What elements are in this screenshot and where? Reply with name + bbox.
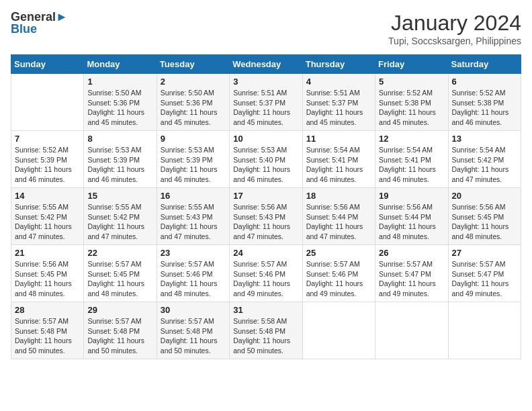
day-info: Sunrise: 5:57 AMSunset: 5:48 PMDaylight:… (87, 316, 152, 356)
day-info: Sunrise: 5:50 AMSunset: 5:36 PMDaylight:… (87, 88, 152, 128)
day-number: 1 (87, 77, 152, 87)
day-number: 6 (452, 77, 517, 87)
calendar-cell: 15Sunrise: 5:55 AMSunset: 5:42 PMDayligh… (84, 188, 157, 245)
day-info: Sunrise: 5:58 AMSunset: 5:48 PMDaylight:… (233, 316, 298, 356)
calendar-cell: 17Sunrise: 5:56 AMSunset: 5:43 PMDayligh… (230, 188, 302, 245)
day-info: Sunrise: 5:56 AMSunset: 5:45 PMDaylight:… (452, 202, 517, 242)
calendar-cell (375, 302, 448, 359)
calendar-cell: 24Sunrise: 5:57 AMSunset: 5:46 PMDayligh… (230, 245, 302, 302)
calendar-table: Sunday Monday Tuesday Wednesday Thursday… (11, 54, 521, 359)
day-number: 4 (306, 77, 371, 87)
calendar-cell: 14Sunrise: 5:55 AMSunset: 5:42 PMDayligh… (11, 188, 84, 245)
logo: General► Blue (11, 11, 68, 35)
day-number: 30 (161, 305, 226, 315)
day-info: Sunrise: 5:54 AMSunset: 5:42 PMDaylight:… (452, 145, 517, 185)
weekday-header-row: Sunday Monday Tuesday Wednesday Thursday… (11, 55, 521, 74)
day-number: 19 (379, 191, 444, 201)
calendar-cell: 8Sunrise: 5:53 AMSunset: 5:39 PMDaylight… (84, 131, 157, 188)
page-header: General► Blue January 2024 Tupi, Soccsks… (11, 11, 521, 46)
day-number: 14 (15, 191, 80, 201)
calendar-cell: 19Sunrise: 5:56 AMSunset: 5:44 PMDayligh… (375, 188, 448, 245)
calendar-cell: 9Sunrise: 5:53 AMSunset: 5:39 PMDaylight… (157, 131, 229, 188)
day-info: Sunrise: 5:56 AMSunset: 5:44 PMDaylight:… (379, 202, 444, 242)
day-info: Sunrise: 5:51 AMSunset: 5:37 PMDaylight:… (306, 88, 371, 128)
day-number: 8 (87, 134, 152, 144)
calendar-cell: 28Sunrise: 5:57 AMSunset: 5:48 PMDayligh… (11, 302, 84, 359)
calendar-header: Sunday Monday Tuesday Wednesday Thursday… (11, 55, 521, 74)
day-info: Sunrise: 5:55 AMSunset: 5:42 PMDaylight:… (15, 202, 80, 242)
calendar-cell: 12Sunrise: 5:54 AMSunset: 5:41 PMDayligh… (375, 131, 448, 188)
calendar-cell: 2Sunrise: 5:50 AMSunset: 5:36 PMDaylight… (157, 74, 229, 131)
day-number: 25 (306, 248, 371, 258)
calendar-cell: 21Sunrise: 5:56 AMSunset: 5:45 PMDayligh… (11, 245, 84, 302)
header-monday: Monday (84, 55, 157, 74)
day-number: 31 (233, 305, 298, 315)
header-saturday: Saturday (448, 55, 521, 74)
day-info: Sunrise: 5:56 AMSunset: 5:45 PMDaylight:… (15, 259, 80, 299)
day-info: Sunrise: 5:53 AMSunset: 5:39 PMDaylight:… (87, 145, 152, 185)
day-info: Sunrise: 5:52 AMSunset: 5:38 PMDaylight:… (452, 88, 517, 128)
calendar-cell: 27Sunrise: 5:57 AMSunset: 5:47 PMDayligh… (448, 245, 521, 302)
day-info: Sunrise: 5:57 AMSunset: 5:48 PMDaylight:… (161, 316, 226, 356)
calendar-cell: 4Sunrise: 5:51 AMSunset: 5:37 PMDaylight… (302, 74, 375, 131)
day-number: 16 (161, 191, 226, 201)
day-number: 5 (379, 77, 444, 87)
calendar-cell: 30Sunrise: 5:57 AMSunset: 5:48 PMDayligh… (157, 302, 229, 359)
day-info: Sunrise: 5:51 AMSunset: 5:37 PMDaylight:… (233, 88, 298, 128)
calendar-cell: 23Sunrise: 5:57 AMSunset: 5:46 PMDayligh… (157, 245, 229, 302)
calendar-body: 1Sunrise: 5:50 AMSunset: 5:36 PMDaylight… (11, 74, 521, 359)
calendar-cell (302, 302, 375, 359)
day-info: Sunrise: 5:57 AMSunset: 5:46 PMDaylight:… (233, 259, 298, 299)
week-row-2: 7Sunrise: 5:52 AMSunset: 5:39 PMDaylight… (11, 131, 521, 188)
day-number: 18 (306, 191, 371, 201)
day-info: Sunrise: 5:57 AMSunset: 5:45 PMDaylight:… (87, 259, 152, 299)
day-info: Sunrise: 5:57 AMSunset: 5:47 PMDaylight:… (379, 259, 444, 299)
day-info: Sunrise: 5:57 AMSunset: 5:46 PMDaylight:… (306, 259, 371, 299)
day-info: Sunrise: 5:57 AMSunset: 5:46 PMDaylight:… (161, 259, 226, 299)
calendar-cell: 29Sunrise: 5:57 AMSunset: 5:48 PMDayligh… (84, 302, 157, 359)
calendar-cell: 25Sunrise: 5:57 AMSunset: 5:46 PMDayligh… (302, 245, 375, 302)
day-number: 20 (452, 191, 517, 201)
day-info: Sunrise: 5:52 AMSunset: 5:39 PMDaylight:… (15, 145, 80, 185)
day-number: 11 (306, 134, 371, 144)
day-info: Sunrise: 5:53 AMSunset: 5:40 PMDaylight:… (233, 145, 298, 185)
day-info: Sunrise: 5:50 AMSunset: 5:36 PMDaylight:… (161, 88, 226, 128)
calendar-cell: 31Sunrise: 5:58 AMSunset: 5:48 PMDayligh… (230, 302, 302, 359)
day-number: 15 (87, 191, 152, 201)
day-number: 17 (233, 191, 298, 201)
calendar-cell: 10Sunrise: 5:53 AMSunset: 5:40 PMDayligh… (230, 131, 302, 188)
day-info: Sunrise: 5:56 AMSunset: 5:43 PMDaylight:… (233, 202, 298, 242)
day-info: Sunrise: 5:54 AMSunset: 5:41 PMDaylight:… (379, 145, 444, 185)
calendar-cell: 5Sunrise: 5:52 AMSunset: 5:38 PMDaylight… (375, 74, 448, 131)
calendar-cell (11, 74, 84, 131)
calendar-cell: 18Sunrise: 5:56 AMSunset: 5:44 PMDayligh… (302, 188, 375, 245)
day-number: 28 (15, 305, 80, 315)
calendar-cell: 3Sunrise: 5:51 AMSunset: 5:37 PMDaylight… (230, 74, 302, 131)
day-number: 29 (87, 305, 152, 315)
calendar-cell: 26Sunrise: 5:57 AMSunset: 5:47 PMDayligh… (375, 245, 448, 302)
day-number: 21 (15, 248, 80, 258)
day-info: Sunrise: 5:52 AMSunset: 5:38 PMDaylight:… (379, 88, 444, 128)
week-row-1: 1Sunrise: 5:50 AMSunset: 5:36 PMDaylight… (11, 74, 521, 131)
day-number: 12 (379, 134, 444, 144)
week-row-5: 28Sunrise: 5:57 AMSunset: 5:48 PMDayligh… (11, 302, 521, 359)
day-number: 27 (452, 248, 517, 258)
calendar-cell: 11Sunrise: 5:54 AMSunset: 5:41 PMDayligh… (302, 131, 375, 188)
month-title: January 2024 (388, 11, 521, 36)
day-number: 26 (379, 248, 444, 258)
location: Tupi, Soccsksargen, Philippines (388, 36, 521, 46)
day-info: Sunrise: 5:55 AMSunset: 5:42 PMDaylight:… (87, 202, 152, 242)
calendar-cell: 16Sunrise: 5:55 AMSunset: 5:43 PMDayligh… (157, 188, 229, 245)
day-number: 10 (233, 134, 298, 144)
day-info: Sunrise: 5:53 AMSunset: 5:39 PMDaylight:… (161, 145, 226, 185)
header-thursday: Thursday (302, 55, 375, 74)
week-row-4: 21Sunrise: 5:56 AMSunset: 5:45 PMDayligh… (11, 245, 521, 302)
day-number: 3 (233, 77, 298, 87)
day-info: Sunrise: 5:57 AMSunset: 5:48 PMDaylight:… (15, 316, 80, 356)
header-tuesday: Tuesday (157, 55, 229, 74)
header-friday: Friday (375, 55, 448, 74)
calendar-cell (448, 302, 521, 359)
week-row-3: 14Sunrise: 5:55 AMSunset: 5:42 PMDayligh… (11, 188, 521, 245)
day-number: 2 (161, 77, 226, 87)
header-sunday: Sunday (11, 55, 84, 74)
